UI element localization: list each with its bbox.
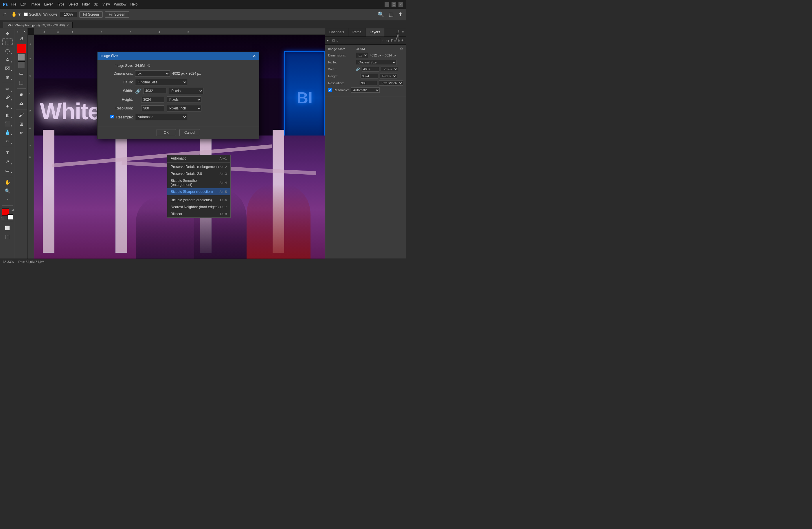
- close-button[interactable]: ✕: [398, 2, 403, 7]
- cancel-button[interactable]: Cancel: [179, 129, 200, 136]
- gradient-tool[interactable]: ⬛▾: [2, 119, 13, 128]
- type-tool[interactable]: T: [2, 149, 13, 157]
- document-tab[interactable]: IMG_2949~photo.jpg @ 33,3% (RGB/8#) ✕: [3, 22, 73, 28]
- swap-colors-icon[interactable]: ⇄: [12, 209, 14, 211]
- panel-dimensions-unit[interactable]: px: [356, 53, 368, 58]
- menu-view[interactable]: View: [102, 2, 110, 6]
- menu-filter[interactable]: Filter: [82, 2, 90, 6]
- background-color[interactable]: [8, 214, 13, 220]
- menu-type[interactable]: Type: [57, 2, 64, 6]
- path-tool[interactable]: ↗▾: [2, 158, 13, 166]
- home-button[interactable]: ⌂: [2, 11, 8, 18]
- more-tools[interactable]: ⋯: [2, 196, 13, 203]
- move-tool[interactable]: ✥: [2, 30, 13, 38]
- panel-resolution-input[interactable]: [360, 81, 377, 85]
- marquee-tool[interactable]: ⬚▾: [2, 38, 13, 46]
- resample-option-preserve-2[interactable]: Preserve Details 2.0 Alt+3: [167, 170, 230, 177]
- type-filter-icon[interactable]: T: [390, 39, 392, 42]
- height-input[interactable]: [141, 97, 164, 102]
- minimize-button[interactable]: —: [385, 2, 389, 7]
- magic-wand-tool[interactable]: ✲▾: [2, 56, 13, 64]
- hand-tool-option[interactable]: ✋ ▾: [10, 11, 22, 18]
- shape-tool[interactable]: ▭▾: [2, 166, 13, 174]
- menu-help[interactable]: Help: [130, 2, 137, 6]
- fill-screen-button[interactable]: Fill Screen: [105, 11, 129, 18]
- gear-icon[interactable]: ⚙: [147, 63, 151, 68]
- menu-file[interactable]: File: [11, 2, 16, 6]
- panel-height-unit[interactable]: Pixels: [380, 73, 397, 79]
- eyedropper-tool[interactable]: ⊕▾: [2, 73, 13, 81]
- fx-icon[interactable]: fx: [16, 129, 27, 137]
- resample-option-automatic[interactable]: Automatic Alt+1: [167, 155, 230, 162]
- resample-option-preserve-details[interactable]: Preserve Details (enlargement) Alt+2: [167, 163, 230, 170]
- dialog-close-button[interactable]: ✕: [252, 54, 256, 58]
- resolution-unit-select[interactable]: Pixels/Inch: [167, 105, 201, 112]
- panel-width-unit[interactable]: Pixels: [381, 67, 398, 72]
- crop-tool[interactable]: ⌧▾: [2, 64, 13, 72]
- width-input[interactable]: [143, 88, 166, 94]
- resolution-input[interactable]: [141, 105, 164, 111]
- default-colors-icon[interactable]: ⬛: [1, 217, 4, 220]
- resample-checkbox[interactable]: [110, 115, 114, 118]
- rotate-icon[interactable]: ↺: [16, 35, 27, 43]
- height-unit-select[interactable]: Pixels: [167, 97, 201, 103]
- color-grid[interactable]: [18, 54, 25, 61]
- menu-window[interactable]: Window: [114, 2, 127, 6]
- fit-to-select[interactable]: Original Size: [135, 79, 187, 85]
- mask-tool[interactable]: ⬜: [2, 224, 13, 232]
- menu-3d[interactable]: 3D: [94, 2, 98, 6]
- resample-option-bilinear[interactable]: Bilinear Alt+8: [167, 211, 230, 217]
- share-button[interactable]: ⬆: [397, 11, 404, 18]
- hand-tool-tb[interactable]: ✋: [2, 178, 13, 186]
- grid-tool[interactable]: ⊞: [16, 120, 27, 128]
- scroll-all-checkbox[interactable]: [24, 12, 28, 16]
- fit-screen-button[interactable]: Fit Screen: [79, 11, 103, 18]
- panel-resample-select[interactable]: Automatic: [351, 87, 380, 92]
- menu-edit[interactable]: Edit: [20, 2, 26, 6]
- heal-tool[interactable]: ✏▾: [2, 85, 13, 93]
- lasso-tool[interactable]: ◯▾: [2, 47, 13, 55]
- collapse-panel-button[interactable]: «: [16, 30, 19, 34]
- menu-image[interactable]: Image: [30, 2, 40, 6]
- resample-option-nearest-neighbor[interactable]: Nearest Neighbor (hard edges) Alt+7: [167, 203, 230, 211]
- workspaces-button[interactable]: ⬚: [388, 11, 395, 18]
- clone-tool[interactable]: ✦▾: [2, 102, 13, 110]
- perspective-tool[interactable]: ⬚: [16, 78, 27, 86]
- panel-gear-icon[interactable]: ⚙: [400, 47, 403, 51]
- menu-layer[interactable]: Layer: [44, 2, 53, 6]
- square-frame-tool[interactable]: ▭: [16, 69, 27, 77]
- zoom-input[interactable]: [60, 12, 77, 17]
- tab-paths[interactable]: Paths: [348, 28, 366, 37]
- width-unit-select[interactable]: Pixels: [169, 88, 203, 94]
- sun-icon[interactable]: ✸: [16, 91, 27, 99]
- resample-option-bicubic-smoother[interactable]: Bicubic Smoother (enlargement) Alt+4: [167, 177, 230, 188]
- paintbrush-icon-2[interactable]: 🖌: [16, 111, 27, 119]
- resample-option-bicubic-smooth[interactable]: Bicubic (smooth gradients) Alt+6: [167, 197, 230, 203]
- panel-resolution-unit[interactable]: Pixels/Inch: [379, 81, 403, 86]
- zoom-tool-tb[interactable]: 🔍: [2, 187, 13, 195]
- screen-mode[interactable]: ⬚: [2, 232, 13, 241]
- panel-height-input[interactable]: [361, 74, 378, 78]
- panel-resample-checkbox[interactable]: [328, 88, 332, 92]
- pixel-filter-icon[interactable]: ⬚: [382, 39, 385, 43]
- panel-width-input[interactable]: [362, 67, 379, 72]
- pattern-grid[interactable]: [18, 61, 25, 68]
- menu-select[interactable]: Select: [69, 2, 78, 6]
- color-display[interactable]: [17, 44, 26, 53]
- panel-fit-to-select[interactable]: Original Size: [356, 60, 396, 65]
- adjustment-filter-icon[interactable]: ◑: [386, 39, 389, 43]
- search-button[interactable]: 🔍: [376, 11, 385, 18]
- blur-tool[interactable]: 💧▾: [2, 128, 13, 137]
- resample-select[interactable]: Automatic: [135, 114, 187, 120]
- dodge-tool[interactable]: ○▾: [2, 137, 13, 145]
- maximize-button[interactable]: ☐: [392, 2, 396, 7]
- tab-channels[interactable]: Channels: [325, 28, 348, 37]
- landscape-icon[interactable]: ⛰: [16, 100, 27, 108]
- eraser-tool[interactable]: ◐▾: [2, 111, 13, 119]
- dimensions-unit-select[interactable]: px: [135, 70, 170, 77]
- close-panel-button[interactable]: ✕: [23, 30, 26, 34]
- resample-option-bicubic-sharper[interactable]: Bicubic Sharper (reduction) Alt+5: [167, 188, 230, 195]
- ok-button[interactable]: OK: [157, 129, 176, 136]
- layers-search-input[interactable]: [330, 38, 381, 43]
- tab-layers[interactable]: Layers: [365, 28, 384, 37]
